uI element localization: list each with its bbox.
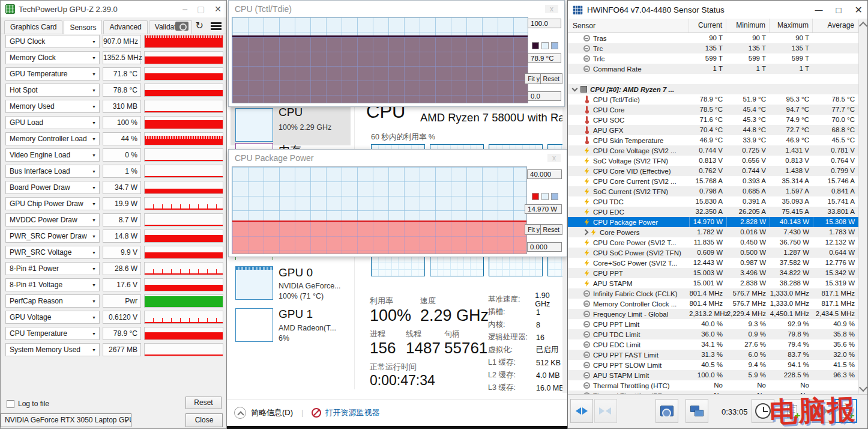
col-minimum[interactable]: Minimum — [726, 19, 770, 32]
chevron-right-icon[interactable] — [583, 230, 589, 236]
refresh-icon[interactable]: ↻ — [196, 21, 203, 31]
sensor-row[interactable]: CPU SoC Power (SVI2 TFN)0.609 W0.500 W1.… — [568, 248, 858, 258]
color-swatch[interactable] — [541, 42, 549, 49]
sensor-row[interactable]: Thermal Throttling (HTC)NoNoNo — [568, 380, 858, 391]
color-swatch[interactable] — [532, 193, 539, 200]
col-average[interactable]: Average — [813, 19, 858, 32]
tctl-ymax-box[interactable]: 100.0 — [528, 19, 561, 28]
sensor-row[interactable]: CPU EDC32.350 A26.205 A75.415 A33.801 A — [568, 207, 858, 217]
sensor-row[interactable]: CPU Core78.5 °C45.4 °C94.7 °C77.7 °C — [568, 105, 858, 115]
sensor-name-dropdown[interactable]: Memory Controller Load▼ — [5, 132, 100, 145]
sensor-row[interactable]: SoC Voltage (SVI2 TFN)0.813 V0.656 V0.81… — [568, 156, 858, 166]
hwinfo-scrollbar[interactable] — [858, 20, 867, 394]
sensor-name-dropdown[interactable]: Memory Used▼ — [5, 100, 100, 113]
tab-advanced[interactable]: Advanced — [103, 20, 147, 34]
sensor-name-dropdown[interactable]: GPU Clock▼ — [5, 35, 100, 48]
sensor-row[interactable]: CPU PPT FAST Limit31.3 %6.0 %83.7 %32.0 … — [568, 350, 858, 360]
sensor-row[interactable]: CPU Core VID (Effective)0.762 V0.744 V1.… — [568, 166, 858, 176]
remote-monitor-button[interactable] — [686, 399, 708, 423]
sensor-name-dropdown[interactable]: Hot Spot▼ — [5, 84, 100, 97]
color-swatch[interactable] — [541, 193, 549, 200]
sensor-row[interactable]: CPU Skin Temperature46.9 °C33.9 °C46.9 °… — [568, 135, 858, 145]
sensor-row[interactable]: CPU Package Power14.970 W2.828 W40.143 W… — [568, 217, 858, 227]
sensor-row[interactable]: Frequency Limit - Global2,313.2 MHz2,229… — [568, 309, 858, 319]
scroll-down-icon[interactable] — [859, 383, 867, 392]
sidebar-gpu1-name[interactable]: GPU 1 — [279, 308, 313, 321]
expand-columns-button[interactable] — [570, 399, 593, 423]
gpuz-titlebar[interactable]: TechPowerUp GPU-Z 2.39.0 – ▢ ✕ — [1, 1, 226, 17]
close-icon[interactable]: x — [545, 5, 558, 13]
sensor-name-dropdown[interactable]: Video Engine Load▼ — [5, 148, 100, 162]
sensor-row[interactable]: CPU Core Power (SVI2 T...11.835 W0.450 W… — [568, 237, 858, 248]
maximize-icon[interactable]: □ — [836, 5, 842, 15]
reset-button[interactable]: Reset — [540, 224, 562, 235]
tab-sensors[interactable]: Sensors — [64, 20, 102, 34]
reset-button[interactable]: Reset — [185, 397, 222, 409]
sensor-name-dropdown[interactable]: CPU Temperature▼ — [5, 327, 100, 340]
sensor-row[interactable] — [568, 74, 858, 84]
sensor-row[interactable]: Trc135 T135 T135 T — [568, 43, 858, 53]
close-icon[interactable]: x — [547, 154, 561, 162]
reset-button[interactable]: Reset — [540, 73, 562, 84]
sensor-row[interactable]: Infinity Fabric Clock (FCLK)801.4 MHz576… — [568, 288, 858, 299]
color-swatch[interactable] — [551, 42, 558, 49]
sensor-row[interactable]: Memory Controller Clock ...801.4 MHz576.… — [568, 299, 858, 309]
scroll-up-icon[interactable] — [859, 22, 867, 30]
pkg-ymax-box[interactable]: 40.000 — [527, 169, 562, 179]
col-maximum[interactable]: Maximum — [770, 19, 813, 32]
pkg-color-swatches[interactable] — [532, 193, 558, 200]
sensor-name-dropdown[interactable]: GPU Voltage▼ — [5, 311, 100, 324]
col-sensor[interactable]: Sensor — [568, 19, 689, 32]
sensor-row[interactable]: Trfc599 T599 T599 T — [568, 53, 858, 64]
log-to-file-checkbox[interactable] — [7, 400, 14, 408]
collapse-chevron-icon[interactable] — [234, 407, 246, 419]
sensor-row[interactable]: CPU TDC15.830 A0.391 A35.093 A15.741 A — [568, 196, 858, 207]
minimize-icon[interactable]: — — [815, 5, 823, 14]
sensor-name-dropdown[interactable]: System Memory Used▼ — [5, 343, 100, 356]
sensor-row[interactable]: CPU Core Voltage (SVI2 ...0.744 V0.725 V… — [568, 145, 858, 156]
tctl-color-swatches[interactable] — [532, 42, 558, 49]
tab-graphics-card[interactable]: Graphics Card — [4, 20, 62, 34]
collapse-columns-button[interactable] — [594, 399, 617, 423]
chevron-down-icon[interactable] — [572, 85, 578, 91]
sensor-row[interactable]: Core+SoC Power (SVI2 T...12.443 W0.987 W… — [568, 258, 858, 268]
minimize-icon[interactable]: – — [182, 4, 187, 14]
sensor-name-dropdown[interactable]: PerfCap Reason▼ — [5, 294, 100, 308]
pkg-titlebar[interactable]: CPU Package Power x — [229, 150, 567, 166]
sensor-name-dropdown[interactable]: PWR_SRC Power Draw▼ — [5, 230, 100, 243]
sensor-row[interactable]: CPU (Tctl/Tdie)78.9 °C51.9 °C95.3 °C78.5… — [568, 94, 858, 105]
color-swatch[interactable] — [551, 193, 558, 200]
sensor-name-dropdown[interactable]: Bus Interface Load▼ — [5, 165, 100, 178]
open-resource-monitor-link[interactable]: 打开资源监视器 — [325, 407, 379, 418]
sensor-name-dropdown[interactable]: GPU Chip Power Draw▼ — [5, 197, 100, 210]
sensor-row[interactable]: CPU Core Current (SVI2 ...15.768 A0.393 … — [568, 176, 858, 186]
sensor-row[interactable]: CPU PPT SLOW Limit40.5 %9.4 %94.1 %41.5 … — [568, 360, 858, 370]
gpu-select-dropdown[interactable]: NVIDIA GeForce RTX 3050 Laptop GPU — [1, 413, 131, 427]
maximize-icon[interactable]: ▢ — [197, 4, 205, 14]
sensor-row[interactable]: CPU PPT15.003 W3.496 W34.822 W15.342 W — [568, 268, 858, 278]
sensor-row[interactable]: CPU SOC71.6 °C45.3 °C74.9 °C70.0 °C — [568, 115, 858, 125]
sensor-name-dropdown[interactable]: PWR_SRC Voltage▼ — [5, 246, 100, 259]
sensor-name-dropdown[interactable]: GPU Temperature▼ — [5, 67, 100, 81]
sensor-row[interactable]: Core Powers1.782 W0.016 W7.430 W1.783 W — [568, 227, 858, 237]
color-swatch[interactable] — [532, 42, 539, 49]
sensor-name-dropdown[interactable]: 8-Pin #1 Voltage▼ — [5, 278, 100, 291]
hamburger-menu-icon[interactable] — [211, 22, 222, 30]
sensor-row[interactable]: APU STAPM Limit100.0 %5.9 %228.5 %96.3 % — [568, 370, 858, 380]
col-current[interactable]: Current — [689, 19, 726, 32]
summary-toggle[interactable]: 简略信息(D) — [251, 407, 293, 418]
camera-icon[interactable] — [175, 22, 188, 31]
sensor-row[interactable]: CPU EDC Limit34.1 %27.6 %79.4 %35.6 % — [568, 339, 858, 350]
tctl-titlebar[interactable]: CPU (Tctl/Tdie) x — [229, 1, 564, 17]
sensor-row[interactable]: Command Rate1 T1 T1 T — [568, 64, 858, 74]
sensor-row[interactable]: APU STAPM15.001 W2.838 W38.288 W15.319 W — [568, 278, 858, 288]
close-icon[interactable]: ✕ — [855, 4, 863, 16]
system-summary-button[interactable] — [656, 399, 678, 423]
sensor-name-dropdown[interactable]: Board Power Draw▼ — [5, 181, 100, 194]
sidebar-gpu0-name[interactable]: GPU 0 — [279, 266, 313, 279]
sensor-row[interactable]: CPU [#0]: AMD Ryzen 7 ... — [568, 84, 858, 94]
sensor-row[interactable]: Tras90 T90 T90 T — [568, 33, 858, 43]
sensor-name-dropdown[interactable]: GPU Load▼ — [5, 116, 100, 129]
tctl-ymin-box[interactable]: 0.0 — [528, 91, 561, 101]
close-icon[interactable]: ✕ — [214, 4, 222, 14]
